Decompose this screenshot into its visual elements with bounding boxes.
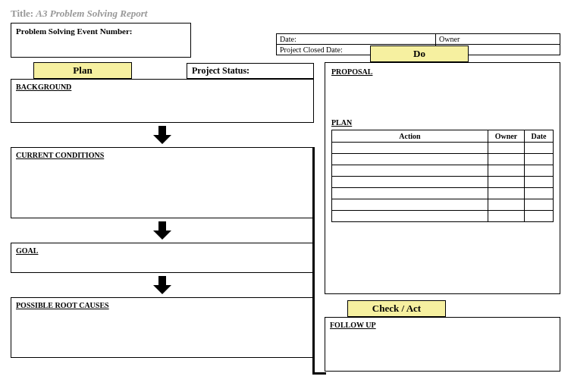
cell-owner <box>488 188 525 199</box>
connector-line <box>312 147 326 375</box>
arrow-down-icon <box>153 221 171 240</box>
current-header: CURRENT CONDITIONS <box>16 151 309 159</box>
root-header: POSSIBLE ROOT CAUSES <box>16 301 309 309</box>
cell-date <box>525 154 554 165</box>
section-goal: GOAL <box>11 243 314 273</box>
cell-owner <box>488 199 525 211</box>
arrow-down-3 <box>11 276 314 294</box>
table-row <box>332 154 554 165</box>
proposal-header: PROPOSAL <box>331 67 554 76</box>
cell-action <box>332 188 488 199</box>
section-background: BACKGROUND <box>11 79 314 123</box>
check-tab-row: Check / Act <box>325 300 560 317</box>
arrow-down-2 <box>11 221 314 240</box>
meta-owner-label: Owner <box>436 34 560 45</box>
background-header: BACKGROUND <box>16 83 309 91</box>
table-row <box>332 143 554 154</box>
tab-check-act: Check / Act <box>347 300 446 317</box>
section-current-conditions: CURRENT CONDITIONS <box>11 147 314 218</box>
section-followup: FOLLOW UP <box>325 317 560 372</box>
cell-owner <box>488 143 525 154</box>
followup-header: FOLLOW UP <box>330 321 555 329</box>
table-row <box>332 199 554 211</box>
cell-action <box>332 211 488 222</box>
cell-action <box>332 154 488 165</box>
cell-owner <box>488 177 525 188</box>
cell-date <box>525 188 554 199</box>
plan-col-owner: Owner <box>488 130 525 143</box>
cell-action <box>332 143 488 154</box>
plan-header: PLAN <box>331 118 554 127</box>
right-column: Do PROPOSAL PLAN Action Owner Date Check… <box>325 62 560 372</box>
meta-date-label: Date: <box>277 34 436 45</box>
cell-date <box>525 199 554 211</box>
arrow-down-1 <box>11 126 314 144</box>
section-do: PROPOSAL PLAN Action Owner Date <box>325 62 560 294</box>
cell-owner <box>488 211 525 222</box>
plan-table: Action Owner Date <box>331 130 554 222</box>
plan-tabs-row: Plan Project Status: <box>11 62 314 79</box>
title-text: A3 Problem Solving Report <box>36 8 147 19</box>
title-label: Title: <box>11 8 33 19</box>
main-columns: Plan Project Status: BACKGROUND CURRENT … <box>11 62 560 372</box>
cell-date <box>525 165 554 177</box>
cell-date <box>525 211 554 222</box>
cell-action <box>332 165 488 177</box>
cell-action <box>332 177 488 188</box>
tab-do: Do <box>370 45 469 62</box>
table-row <box>332 165 554 177</box>
tab-plan: Plan <box>33 62 132 79</box>
cell-action <box>332 199 488 211</box>
arrow-down-icon <box>153 126 171 144</box>
event-number-label: Problem Solving Event Number: <box>16 27 133 36</box>
table-row <box>332 177 554 188</box>
table-row <box>332 188 554 199</box>
event-number-box: Problem Solving Event Number: <box>11 23 191 58</box>
goal-header: GOAL <box>16 246 309 255</box>
section-root-causes: POSSIBLE ROOT CAUSES <box>11 297 314 358</box>
left-column: Plan Project Status: BACKGROUND CURRENT … <box>11 62 314 358</box>
cell-date <box>525 143 554 154</box>
tab-project-status: Project Status: <box>187 63 314 79</box>
plan-col-action: Action <box>332 130 488 143</box>
plan-col-date: Date <box>525 130 554 143</box>
do-tab-row: Do <box>325 45 560 62</box>
cell-date <box>525 177 554 188</box>
cell-owner <box>488 154 525 165</box>
table-row <box>332 211 554 222</box>
cell-owner <box>488 165 525 177</box>
arrow-down-icon <box>153 276 171 294</box>
page-title-line: Title: A3 Problem Solving Report <box>11 8 560 20</box>
plan-table-body <box>332 143 554 222</box>
